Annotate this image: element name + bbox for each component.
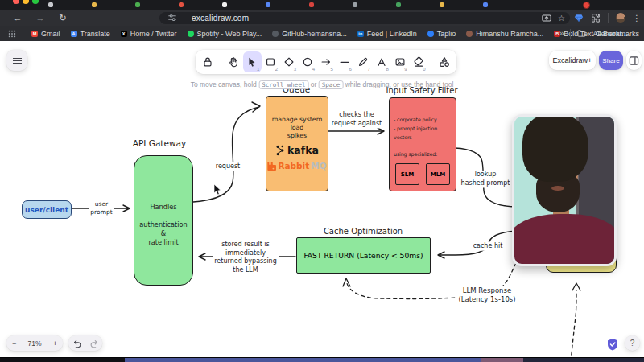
bookmarks-bar: MGmailATranslateXHome / TwitterSpotify -… [0, 26, 644, 41]
checks-label[interactable]: checks the request against [330, 111, 383, 128]
tool-text-button[interactable]: 8 [372, 51, 390, 72]
library-toggle-button[interactable] [626, 51, 642, 70]
kafka-icon [275, 145, 285, 156]
mlm-node[interactable]: MLM [426, 163, 450, 185]
llm-response-label[interactable]: LLM Response (Latency 1s-10s) [456, 286, 517, 304]
bookmark-favicon: in [357, 31, 364, 37]
tool-diamond-button[interactable]: 3 [280, 51, 299, 72]
tab-favicon[interactable] [48, 2, 53, 7]
bookmark-item[interactable]: Spotify - Web Play... [188, 30, 262, 38]
tool-line-button[interactable]: 6 [335, 51, 353, 72]
tab-favicon[interactable] [440, 2, 444, 7]
cache-title[interactable]: Cache Optimization [324, 227, 402, 236]
browser-menu-icon[interactable]: ⋮ [633, 14, 641, 23]
sidebar-icon [629, 56, 639, 66]
bookmark-star-icon[interactable]: ☆ [558, 14, 565, 23]
tool-select-button[interactable]: 1 [243, 51, 262, 72]
tab-favicon[interactable] [135, 2, 140, 7]
lookup-label[interactable]: lookup hashed prompt [460, 171, 512, 187]
window-minimize-button[interactable] [23, 0, 29, 4]
queue-node[interactable]: manage system load spikes kafka RabbitMQ [266, 96, 328, 191]
bookmarks-overflow-chevron[interactable]: » [559, 29, 564, 38]
window-close-button[interactable] [13, 0, 19, 4]
tab-share-icon[interactable] [542, 14, 551, 23]
tool-bar: 1234567890 [196, 50, 456, 74]
back-button[interactable]: ← [11, 10, 24, 26]
bookmark-label: Feed | LinkedIn [367, 30, 417, 38]
site-info-icon[interactable] [167, 13, 177, 23]
slm-node[interactable]: SLM [395, 163, 419, 185]
stored-result-label[interactable]: stored result is immediately returned by… [213, 241, 279, 274]
bookmark-item[interactable]: Taplio [427, 30, 456, 38]
zoom-in-button[interactable]: + [53, 339, 57, 348]
help-button[interactable]: ? [625, 335, 640, 351]
api-gateway-node[interactable]: Handles authentication & rate limit [134, 155, 193, 286]
user-prompt-label[interactable]: user prompt [89, 200, 114, 216]
tool-image-button[interactable]: 9 [390, 51, 409, 72]
reload-button[interactable]: ↻ [56, 10, 69, 26]
menu-button[interactable] [6, 50, 27, 71]
tab-favicon[interactable] [222, 2, 227, 7]
hamburger-icon [13, 58, 22, 64]
bookmark-item[interactable]: ATranslate [71, 30, 110, 38]
user-client-label: user/client [25, 206, 68, 214]
bookmark-favicon: M [31, 31, 38, 37]
bookmark-item[interactable]: XHome / Twitter [121, 30, 177, 38]
gem-extension-icon[interactable] [574, 14, 584, 23]
cache-hit-label[interactable]: cache hit [472, 242, 505, 251]
kafka-logo: kafka [266, 144, 328, 156]
apps-grid-icon[interactable] [8, 30, 16, 38]
all-bookmarks-button[interactable]: All Bookmarks [592, 30, 639, 38]
tab-strip[interactable] [0, 0, 644, 10]
tool-hand-button[interactable] [225, 51, 243, 72]
tool-shortcut-number: 3 [294, 67, 296, 72]
tool-circle-button[interactable]: 4 [299, 51, 317, 72]
bookmarks-separator-2 [570, 29, 571, 39]
bookmark-item[interactable]: GitHub-hemansna... [272, 30, 347, 38]
tool-eraser-button[interactable]: 0 [409, 51, 427, 72]
tab-favicon[interactable] [179, 2, 184, 7]
share-button[interactable]: Share [599, 51, 623, 70]
forward-button[interactable]: → [34, 10, 47, 26]
mouse-cursor [213, 183, 223, 200]
tool-square-button[interactable]: 2 [262, 51, 280, 72]
tool-pencil-button[interactable]: 7 [353, 51, 372, 72]
arrow-bottom-dashed[interactable] [571, 290, 576, 361]
tab-favicon[interactable] [266, 2, 270, 7]
profile-avatar[interactable] [616, 13, 625, 23]
api-gateway-title[interactable]: API Gateway [133, 138, 186, 148]
tab-favicon[interactable] [353, 2, 357, 7]
address-bar[interactable]: excalidraw.com ☆ [159, 12, 570, 24]
arrow-gateway-to-queue[interactable] [193, 102, 260, 202]
bookmark-item[interactable]: MGmail [31, 30, 60, 38]
scroll-wheel-key: Scroll wheel [258, 80, 308, 89]
hand-icon [227, 56, 240, 68]
tab-favicon[interactable] [309, 2, 314, 7]
cache-node[interactable]: FAST RETURN (Latency < 50ms) [296, 237, 431, 274]
input-filter-node[interactable]: - corporate policy - prompt injection ve… [389, 97, 456, 191]
bookmark-item[interactable]: Himanshu Ramcha... [466, 30, 543, 38]
request-label[interactable]: request [214, 162, 242, 171]
extensions-puzzle-icon[interactable] [591, 13, 601, 23]
tab-favicon[interactable] [396, 2, 401, 7]
browser-toolbar: ← → ↻ excalidraw.com ☆ ⋮ [0, 10, 644, 26]
bookmark-favicon: A [71, 31, 77, 37]
window-zoom-button[interactable] [32, 0, 39, 4]
tool-lock-button[interactable] [199, 51, 217, 72]
progress-segment [125, 358, 481, 362]
user-client-node[interactable]: user/client [22, 200, 72, 219]
bookmark-item[interactable]: inFeed | LinkedIn [357, 30, 417, 38]
redo-icon[interactable] [89, 339, 99, 348]
tool-arrow-button[interactable]: 5 [317, 51, 336, 72]
arrow-queue-to-filter[interactable] [328, 128, 384, 134]
undo-icon[interactable] [72, 339, 82, 348]
tool-shortcut-number: 4 [312, 67, 315, 72]
tab-favicon[interactable] [483, 2, 488, 7]
bookmark-label: Translate [80, 30, 110, 38]
zoom-level[interactable]: 71% [27, 339, 41, 348]
bookmark-favicon [427, 31, 434, 37]
tool-shapes-button[interactable] [435, 51, 453, 72]
tab-favicon[interactable] [92, 2, 97, 7]
zoom-out-button[interactable]: − [12, 339, 16, 348]
excalidraw-plus-button[interactable]: Excalidraw+ [549, 51, 596, 70]
